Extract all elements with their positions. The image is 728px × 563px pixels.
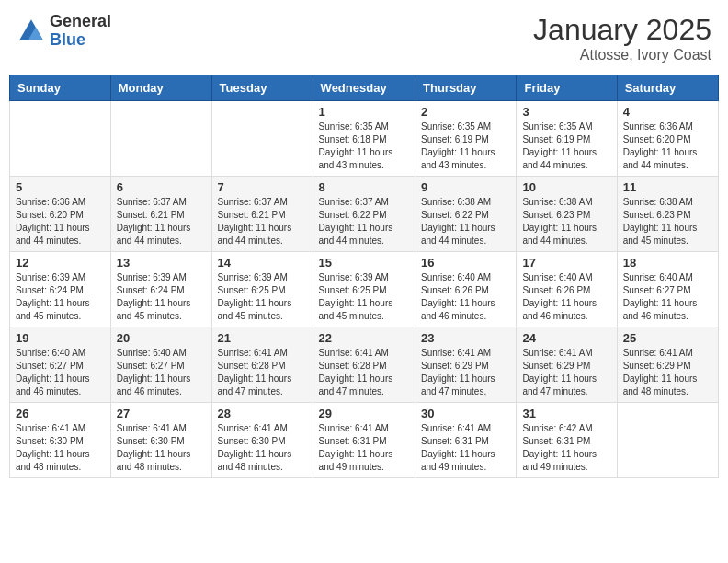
day-info: Sunrise: 6:38 AM Sunset: 6:23 PM Dayligh… [522, 196, 610, 247]
calendar-week-row: 26Sunrise: 6:41 AM Sunset: 6:30 PM Dayli… [10, 403, 719, 478]
day-number: 28 [218, 407, 307, 420]
day-info: Sunrise: 6:41 AM Sunset: 6:31 PM Dayligh… [421, 422, 510, 474]
day-number: 7 [218, 180, 307, 194]
day-info: Sunrise: 6:36 AM Sunset: 6:20 PM Dayligh… [623, 121, 712, 172]
day-info: Sunrise: 6:41 AM Sunset: 6:30 PM Dayligh… [117, 422, 206, 474]
calendar-cell: 17Sunrise: 6:40 AM Sunset: 6:26 PM Dayli… [517, 252, 617, 327]
calendar-cell: 1Sunrise: 6:35 AM Sunset: 6:18 PM Daylig… [313, 101, 415, 177]
day-number: 29 [319, 407, 409, 420]
day-number: 25 [623, 331, 712, 345]
day-info: Sunrise: 6:42 AM Sunset: 6:31 PM Dayligh… [522, 422, 610, 474]
calendar-cell: 6Sunrise: 6:37 AM Sunset: 6:21 PM Daylig… [110, 177, 211, 252]
day-number: 21 [218, 331, 307, 345]
calendar-cell: 24Sunrise: 6:41 AM Sunset: 6:29 PM Dayli… [517, 327, 617, 403]
calendar-cell: 11Sunrise: 6:38 AM Sunset: 6:23 PM Dayli… [617, 177, 718, 252]
day-info: Sunrise: 6:36 AM Sunset: 6:20 PM Dayligh… [16, 196, 105, 247]
month-title: January 2025 [533, 13, 711, 47]
calendar-week-row: 12Sunrise: 6:39 AM Sunset: 6:24 PM Dayli… [10, 252, 719, 327]
calendar-cell: 29Sunrise: 6:41 AM Sunset: 6:31 PM Dayli… [313, 403, 415, 478]
calendar-cell: 28Sunrise: 6:41 AM Sunset: 6:30 PM Dayli… [211, 403, 313, 478]
day-number: 4 [623, 105, 712, 119]
logo: General Blue [17, 13, 111, 50]
day-number: 24 [522, 331, 610, 345]
calendar-table: SundayMondayTuesdayWednesdayThursdayFrid… [9, 75, 719, 478]
calendar-cell [617, 403, 718, 478]
calendar-cell: 19Sunrise: 6:40 AM Sunset: 6:27 PM Dayli… [10, 327, 111, 403]
day-number: 6 [117, 180, 206, 194]
day-number: 30 [421, 407, 510, 420]
calendar-cell: 3Sunrise: 6:35 AM Sunset: 6:19 PM Daylig… [517, 101, 617, 177]
calendar-cell: 9Sunrise: 6:38 AM Sunset: 6:22 PM Daylig… [415, 177, 517, 252]
day-number: 18 [623, 256, 712, 270]
day-number: 3 [522, 105, 610, 119]
weekday-header: Thursday [415, 75, 517, 101]
calendar-cell: 16Sunrise: 6:40 AM Sunset: 6:26 PM Dayli… [415, 252, 517, 327]
day-number: 17 [522, 256, 610, 270]
calendar-week-row: 5Sunrise: 6:36 AM Sunset: 6:20 PM Daylig… [10, 177, 719, 252]
calendar-cell: 25Sunrise: 6:41 AM Sunset: 6:29 PM Dayli… [617, 327, 718, 403]
calendar-cell: 4Sunrise: 6:36 AM Sunset: 6:20 PM Daylig… [617, 101, 718, 177]
day-info: Sunrise: 6:35 AM Sunset: 6:19 PM Dayligh… [522, 121, 610, 172]
day-info: Sunrise: 6:35 AM Sunset: 6:19 PM Dayligh… [421, 121, 510, 172]
day-number: 5 [16, 180, 105, 194]
day-info: Sunrise: 6:38 AM Sunset: 6:22 PM Dayligh… [421, 196, 510, 247]
day-info: Sunrise: 6:41 AM Sunset: 6:28 PM Dayligh… [319, 347, 409, 398]
weekday-header: Wednesday [313, 75, 415, 101]
day-number: 23 [421, 331, 510, 345]
logo-text: General Blue [50, 13, 111, 50]
day-info: Sunrise: 6:38 AM Sunset: 6:23 PM Dayligh… [623, 196, 712, 247]
day-info: Sunrise: 6:41 AM Sunset: 6:29 PM Dayligh… [522, 347, 610, 398]
calendar-cell [110, 101, 211, 177]
logo-general-text: General [50, 13, 111, 31]
day-number: 9 [421, 180, 510, 194]
weekday-header: Friday [517, 75, 617, 101]
day-info: Sunrise: 6:41 AM Sunset: 6:29 PM Dayligh… [421, 347, 510, 398]
logo-blue-text: Blue [50, 31, 111, 50]
day-number: 16 [421, 256, 510, 270]
day-number: 12 [16, 256, 105, 270]
calendar-cell: 27Sunrise: 6:41 AM Sunset: 6:30 PM Dayli… [110, 403, 211, 478]
day-info: Sunrise: 6:39 AM Sunset: 6:25 PM Dayligh… [218, 271, 307, 323]
day-info: Sunrise: 6:41 AM Sunset: 6:28 PM Dayligh… [218, 347, 307, 398]
day-info: Sunrise: 6:40 AM Sunset: 6:27 PM Dayligh… [623, 271, 712, 323]
day-info: Sunrise: 6:40 AM Sunset: 6:27 PM Dayligh… [117, 347, 206, 398]
day-info: Sunrise: 6:41 AM Sunset: 6:30 PM Dayligh… [218, 422, 307, 474]
calendar-cell: 18Sunrise: 6:40 AM Sunset: 6:27 PM Dayli… [617, 252, 718, 327]
calendar-cell: 13Sunrise: 6:39 AM Sunset: 6:24 PM Dayli… [110, 252, 211, 327]
weekday-header: Monday [110, 75, 211, 101]
day-number: 2 [421, 105, 510, 119]
weekday-header: Tuesday [211, 75, 313, 101]
calendar-cell [211, 101, 313, 177]
calendar-cell: 12Sunrise: 6:39 AM Sunset: 6:24 PM Dayli… [10, 252, 111, 327]
day-info: Sunrise: 6:37 AM Sunset: 6:21 PM Dayligh… [218, 196, 307, 247]
logo-icon [17, 17, 46, 46]
calendar-cell: 30Sunrise: 6:41 AM Sunset: 6:31 PM Dayli… [415, 403, 517, 478]
calendar-cell: 26Sunrise: 6:41 AM Sunset: 6:30 PM Dayli… [10, 403, 111, 478]
title-section: January 2025 Attosse, Ivory Coast [533, 13, 711, 63]
day-number: 31 [522, 407, 610, 420]
weekday-header: Saturday [617, 75, 718, 101]
weekday-header: Sunday [10, 75, 111, 101]
day-number: 1 [319, 105, 409, 119]
calendar-cell: 7Sunrise: 6:37 AM Sunset: 6:21 PM Daylig… [211, 177, 313, 252]
day-number: 8 [319, 180, 409, 194]
day-info: Sunrise: 6:40 AM Sunset: 6:26 PM Dayligh… [522, 271, 610, 323]
day-info: Sunrise: 6:41 AM Sunset: 6:29 PM Dayligh… [623, 347, 712, 398]
weekday-header-row: SundayMondayTuesdayWednesdayThursdayFrid… [10, 75, 719, 101]
calendar-cell: 8Sunrise: 6:37 AM Sunset: 6:22 PM Daylig… [313, 177, 415, 252]
day-info: Sunrise: 6:37 AM Sunset: 6:21 PM Dayligh… [117, 196, 206, 247]
calendar-cell: 5Sunrise: 6:36 AM Sunset: 6:20 PM Daylig… [10, 177, 111, 252]
day-number: 20 [117, 331, 206, 345]
page-header: General Blue January 2025 Attosse, Ivory… [9, 9, 719, 67]
day-number: 10 [522, 180, 610, 194]
day-number: 15 [319, 256, 409, 270]
location-title: Attosse, Ivory Coast [533, 47, 711, 63]
day-info: Sunrise: 6:39 AM Sunset: 6:25 PM Dayligh… [319, 271, 409, 323]
calendar-cell: 31Sunrise: 6:42 AM Sunset: 6:31 PM Dayli… [517, 403, 617, 478]
day-number: 11 [623, 180, 712, 194]
calendar-cell: 20Sunrise: 6:40 AM Sunset: 6:27 PM Dayli… [110, 327, 211, 403]
day-number: 27 [117, 407, 206, 420]
day-number: 14 [218, 256, 307, 270]
day-number: 19 [16, 331, 105, 345]
calendar-cell: 23Sunrise: 6:41 AM Sunset: 6:29 PM Dayli… [415, 327, 517, 403]
